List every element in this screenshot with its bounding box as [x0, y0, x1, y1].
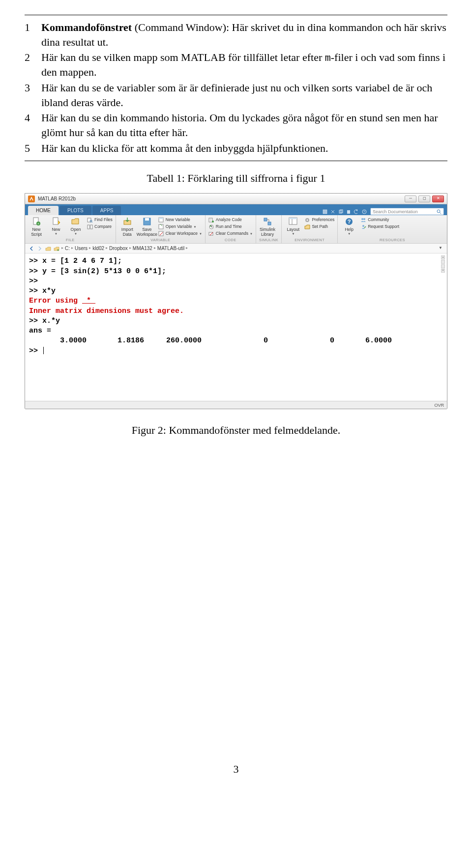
close-button[interactable]: ✕ — [432, 196, 444, 202]
list-bold: Kommandofönstret — [41, 21, 132, 33]
scrollbar[interactable]: ▴▾ — [441, 255, 446, 273]
svg-text:?: ? — [363, 210, 365, 213]
console-line: 3.0000 1.8186 260.0000 0 0 6.0000 — [29, 336, 443, 346]
svg-rect-28 — [264, 218, 267, 221]
svg-rect-11 — [53, 218, 58, 224]
new-icon — [51, 217, 61, 226]
svg-line-14 — [92, 222, 93, 223]
quick-help-icon[interactable]: ? — [361, 208, 368, 215]
console-line: >> — [29, 277, 443, 286]
gear-icon — [304, 217, 310, 223]
list-item: 5 Här kan du klicka för att komma åt den… — [25, 141, 447, 156]
svg-text:+: + — [37, 222, 39, 225]
preferences-button[interactable]: Preferences — [304, 217, 334, 223]
window-title: MATLAB R2012b — [38, 196, 76, 202]
path-dropdown-icon[interactable]: ▼ — [437, 245, 444, 252]
table-caption: Tabell 1: Förklaring till siffrorna i fi… — [25, 171, 447, 186]
page-number: 3 — [25, 762, 447, 777]
set-path-button[interactable]: Set Path — [304, 224, 334, 230]
console-line: >> y = [3 sin(2) 5*13 0 0 6*1]; — [29, 267, 443, 277]
import-data-button[interactable]: Import Data — [119, 217, 136, 237]
svg-rect-31 — [289, 218, 297, 219]
compare-icon — [87, 224, 93, 230]
group-environment: Layout▼ Preferences Set Path ENVIRONMENT — [282, 215, 338, 243]
open-button[interactable]: Open▼ — [67, 217, 84, 235]
open-variable-button[interactable]: Open Variable▼ — [158, 224, 202, 230]
search-input[interactable]: Search Documentation — [370, 208, 444, 215]
quick-paste-icon[interactable] — [345, 208, 352, 215]
matlab-icon — [28, 196, 35, 202]
new-script-button[interactable]: + New Script — [28, 217, 45, 237]
tab-plots[interactable]: PLOTS — [59, 206, 91, 216]
svg-point-25 — [212, 221, 214, 223]
list-item: 1 Kommandofönstret (Command Window): Här… — [25, 20, 447, 49]
new-var-icon — [158, 217, 164, 223]
quick-save-icon[interactable] — [322, 208, 328, 215]
save-workspace-button[interactable]: Save Workspace — [139, 217, 155, 237]
breadcrumb[interactable]: ▸ C:▸ Users▸ kld02▸ Dropbox▸ MMA132▸ MAT… — [61, 245, 436, 252]
nav-up-icon[interactable] — [45, 245, 52, 252]
help-icon: ? — [344, 217, 354, 226]
group-variable: Import Data Save Workspace New Variable … — [116, 215, 206, 243]
save-ws-icon — [142, 217, 152, 226]
run-time-button[interactable]: Run and Time — [208, 224, 253, 230]
minimize-button[interactable]: ─ — [405, 196, 416, 202]
svg-text:?: ? — [348, 219, 351, 224]
tab-apps[interactable]: APPS — [92, 206, 121, 216]
titlebar: MATLAB R2012b ─ ◻ ✕ — [25, 194, 447, 204]
new-variable-button[interactable]: New Variable — [158, 217, 202, 223]
community-icon — [360, 217, 366, 223]
list-item: 4 Här kan du se din kommando historia. O… — [25, 111, 447, 140]
nav-back-icon[interactable] — [28, 245, 35, 252]
tabstrip: HOME PLOTS APPS ? Search Documentation — [25, 204, 447, 215]
svg-rect-3 — [347, 210, 350, 214]
svg-rect-0 — [323, 210, 327, 214]
svg-rect-21 — [159, 218, 163, 219]
community-button[interactable]: Community — [360, 217, 399, 223]
search-placeholder: Search Documentation — [373, 209, 418, 215]
svg-rect-23 — [159, 231, 163, 236]
compare-button[interactable]: Compare — [87, 224, 113, 230]
open-icon — [70, 217, 81, 226]
quick-copy-icon[interactable] — [337, 208, 344, 215]
help-button[interactable]: ? Help▼ — [341, 217, 357, 235]
open-var-icon — [158, 224, 164, 230]
pathbar: ▸ C:▸ Users▸ kld02▸ Dropbox▸ MMA132▸ MAT… — [25, 244, 447, 253]
command-window[interactable]: ▴▾ >> x = [1 2 4 6 7 1]; >> y = [3 sin(2… — [25, 253, 447, 401]
toolstrip: + New Script New▼ Open▼ Find Files — [25, 215, 447, 244]
clear-workspace-button[interactable]: Clear Workspace▼ — [158, 230, 202, 237]
list-item: 2 Här kan du se vilken mapp som MATLAB f… — [25, 50, 447, 80]
svg-rect-15 — [88, 225, 89, 229]
svg-point-6 — [437, 210, 440, 213]
list-num: 1 — [25, 20, 41, 49]
nav-browse-icon[interactable] — [53, 245, 60, 252]
analyze-code-button[interactable]: Analyze Code — [208, 217, 253, 223]
group-simulink: Simulink Library SIMULINK — [256, 215, 282, 243]
svg-point-40 — [58, 249, 59, 251]
window-buttons: ─ ◻ ✕ — [405, 196, 444, 202]
new-script-icon: + — [31, 217, 42, 226]
layout-button[interactable]: Layout▼ — [285, 217, 301, 235]
console-error: Error using * — [29, 296, 443, 306]
quick-cut-icon[interactable] — [329, 208, 336, 215]
request-support-button[interactable]: Request Support — [360, 224, 399, 230]
matlab-window: MATLAB R2012b ─ ◻ ✕ HOME PLOTS APPS ? Se… — [25, 193, 447, 409]
svg-point-38 — [363, 218, 365, 220]
list-num: 2 — [25, 50, 41, 80]
list-item: 3 Här kan du se de variabler som är är d… — [25, 81, 447, 110]
new-button[interactable]: New▼ — [48, 217, 64, 235]
svg-point-34 — [307, 219, 308, 221]
status-ovr: OVR — [434, 402, 444, 408]
simulink-icon — [262, 217, 273, 226]
find-files-button[interactable]: Find Files — [87, 217, 113, 223]
list-num: 5 — [25, 141, 41, 156]
clear-cmd-icon — [208, 231, 214, 237]
svg-rect-16 — [90, 225, 92, 229]
clear-commands-button[interactable]: Clear Commands▼ — [208, 230, 253, 237]
figure-caption: Figur 2: Kommandofönster med felmeddelan… — [25, 423, 447, 438]
maximize-button[interactable]: ◻ — [418, 196, 430, 202]
simulink-button[interactable]: Simulink Library — [259, 217, 276, 237]
nav-forward-icon[interactable] — [36, 245, 43, 252]
quick-undo-icon[interactable] — [353, 208, 360, 215]
tab-home[interactable]: HOME — [28, 206, 59, 216]
